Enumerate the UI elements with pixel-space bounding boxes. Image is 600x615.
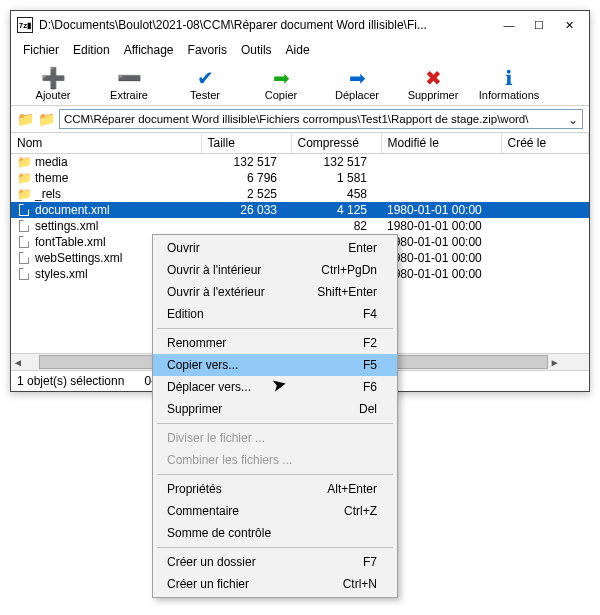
tool-informations[interactable]: ℹInformations — [473, 65, 545, 103]
file-name: media — [35, 155, 68, 169]
cell-created — [501, 170, 589, 186]
table-row[interactable]: settings.xml821980-01-01 00:00 — [11, 218, 589, 234]
cell-size: 2 525 — [201, 186, 291, 202]
tool-ajouter[interactable]: ➕Ajouter — [17, 65, 89, 103]
tool-label: Copier — [265, 89, 297, 101]
tool-tester[interactable]: ✔Tester — [169, 65, 241, 103]
window-title: D:\Documents\Boulot\2021-08\CCM\Réparer … — [39, 18, 503, 32]
ctx-renommer[interactable]: RenommerF2 — [153, 332, 397, 354]
menu-edition[interactable]: Edition — [67, 41, 116, 59]
status-selection: 1 objet(s) sélectionn — [17, 374, 124, 388]
path-input[interactable]: CCM\Réparer document Word illisible\Fich… — [59, 109, 583, 129]
file-name: _rels — [35, 187, 61, 201]
app-icon: 7z▮ — [17, 17, 33, 33]
file-icon — [19, 268, 29, 280]
cell-mod: 1980-01-01 00:00 — [381, 218, 501, 234]
ctx-supprimer[interactable]: SupprimerDel — [153, 398, 397, 402]
informations-icon: ℹ — [505, 67, 513, 89]
file-name: theme — [35, 171, 68, 185]
ctx-shortcut: F4 — [363, 307, 377, 321]
column-header[interactable]: Modifié le — [381, 133, 501, 154]
file-icon-wrap — [17, 203, 31, 217]
ctx-label: Edition — [167, 307, 204, 321]
ctx-ouvrir[interactable]: OuvrirEnter — [153, 237, 397, 259]
folder-icon[interactable]: 📁 — [38, 111, 55, 127]
ctx-ouvrir-l-ext-rieur[interactable]: Ouvrir à l'extérieurShift+Enter — [153, 281, 397, 303]
file-icon — [19, 252, 29, 264]
table-row[interactable]: document.xml26 0334 1251980-01-01 00:00 — [11, 202, 589, 218]
maximize-button[interactable]: ☐ — [533, 19, 545, 32]
column-header[interactable]: Compressé — [291, 133, 381, 154]
tool-déplacer[interactable]: ➡Déplacer — [321, 65, 393, 103]
copier-icon: ➡ — [273, 67, 290, 89]
ctx-label: Déplacer vers... — [167, 380, 251, 394]
table-row[interactable]: 📁_rels2 525458 — [11, 186, 589, 202]
folder-icon: 📁 — [17, 155, 31, 169]
cell-mod — [381, 170, 501, 186]
file-icon — [19, 204, 29, 216]
cell-created — [501, 154, 589, 171]
tool-extraire[interactable]: ➖Extraire — [93, 65, 165, 103]
cell-size: 26 033 — [201, 202, 291, 218]
tool-label: Ajouter — [36, 89, 71, 101]
file-name: settings.xml — [35, 219, 98, 233]
table-row[interactable]: 📁theme6 7961 581 — [11, 170, 589, 186]
menu-separator — [157, 328, 393, 329]
ajouter-icon: ➕ — [41, 67, 66, 89]
menubar: FichierEditionAffichageFavorisOutilsAide — [11, 39, 589, 61]
tool-label: Extraire — [110, 89, 148, 101]
cell-created — [501, 266, 589, 282]
file-icon-wrap — [17, 267, 31, 281]
minimize-button[interactable]: — — [503, 19, 515, 32]
ctx-shortcut: Enter — [348, 241, 377, 255]
menu-aide[interactable]: Aide — [280, 41, 316, 59]
cell-created — [501, 250, 589, 266]
scroll-left-arrow[interactable]: ◄ — [11, 357, 25, 368]
file-icon — [19, 236, 29, 248]
menu-fichier[interactable]: Fichier — [17, 41, 65, 59]
column-header[interactable]: Taille — [201, 133, 291, 154]
tool-label: Tester — [190, 89, 220, 101]
cell-packed: 4 125 — [291, 202, 381, 218]
ctx-label: Ouvrir à l'intérieur — [167, 263, 261, 277]
tool-label: Supprimer — [408, 89, 459, 101]
file-icon-wrap — [17, 219, 31, 233]
column-header[interactable]: Créé le — [501, 133, 589, 154]
cell-mod — [381, 186, 501, 202]
cell-size — [201, 218, 291, 234]
close-button[interactable]: ✕ — [563, 19, 575, 32]
cell-created — [501, 202, 589, 218]
cell-size: 132 517 — [201, 154, 291, 171]
up-folder-icon[interactable]: 📁 — [17, 111, 34, 127]
ctx-label: Ouvrir — [167, 241, 200, 255]
column-header[interactable]: Nom — [11, 133, 201, 154]
ctx-label: Ouvrir à l'extérieur — [167, 285, 265, 299]
folder-icon: 📁 — [17, 171, 31, 185]
menu-outils[interactable]: Outils — [235, 41, 278, 59]
file-name: styles.xml — [35, 267, 88, 281]
tool-supprimer[interactable]: ✖Supprimer — [397, 65, 469, 103]
déplacer-icon: ➡ — [349, 67, 366, 89]
ctx-shortcut: F2 — [363, 336, 377, 350]
ctx-d-placer-vers[interactable]: Déplacer vers...F6 — [153, 376, 397, 398]
ctx-edition[interactable]: EditionF4 — [153, 303, 397, 325]
titlebar: 7z▮ D:\Documents\Boulot\2021-08\CCM\Répa… — [11, 11, 589, 39]
supprimer-icon: ✖ — [425, 67, 442, 89]
tool-copier[interactable]: ➡Copier — [245, 65, 317, 103]
file-icon — [19, 220, 29, 232]
menu-affichage[interactable]: Affichage — [118, 41, 180, 59]
cell-created — [501, 218, 589, 234]
ctx-ouvrir-l-int-rieur[interactable]: Ouvrir à l'intérieurCtrl+PgDn — [153, 259, 397, 281]
scroll-right-arrow[interactable]: ► — [548, 357, 562, 368]
tester-icon: ✔ — [197, 67, 214, 89]
ctx-label: Copier vers... — [167, 358, 238, 372]
table-row[interactable]: 📁media132 517132 517 — [11, 154, 589, 171]
pathbar: 📁 📁 CCM\Réparer document Word illisible\… — [11, 106, 589, 133]
ctx-copier-vers[interactable]: Copier vers...F5 — [153, 354, 397, 376]
file-icon-wrap — [17, 251, 31, 265]
ctx-shortcut: Ctrl+PgDn — [321, 263, 377, 277]
cell-created — [501, 234, 589, 250]
ctx-label: Renommer — [167, 336, 226, 350]
menu-favoris[interactable]: Favoris — [182, 41, 233, 59]
tool-label: Déplacer — [335, 89, 379, 101]
